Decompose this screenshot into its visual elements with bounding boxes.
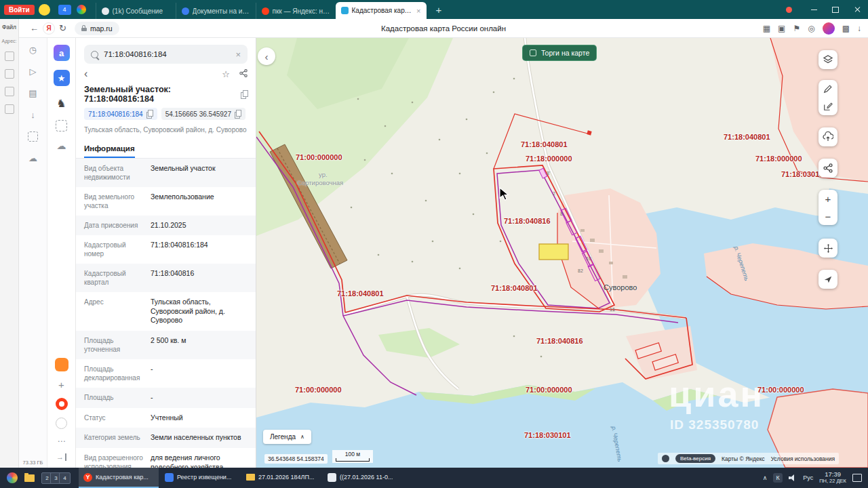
info-row-label: Дата присвоения (84, 221, 145, 230)
taskbar-task-button[interactable]: Реестр извещени... (160, 468, 240, 488)
map-collapse-panel-button[interactable]: ‹ (258, 47, 275, 65)
share-button[interactable] (239, 69, 248, 79)
favorite-button[interactable]: ☆ (222, 69, 230, 79)
media-icon[interactable]: ▷ (30, 66, 37, 77)
downloads-icon[interactable]: ↓ (857, 24, 861, 33)
lock-icon (81, 25, 87, 31)
cursor-coordinates: 36.543648 54.158374 (264, 454, 328, 464)
taskbar-task-button[interactable]: ((27.01.2026 11-0... (323, 468, 403, 488)
map-canvas[interactable]: 281082168' циан ID 325350780 71:00:00000… (256, 38, 868, 468)
info-circle-icon[interactable] (662, 455, 669, 462)
cadastral-number-chip[interactable]: 71:18:040816:184 (84, 108, 157, 120)
search-input[interactable]: 71:18:040816:184 (104, 50, 230, 58)
flag-icon[interactable]: ⚑ (793, 24, 800, 33)
maximize-button[interactable] (825, 0, 846, 19)
app-toolbar-icon[interactable] (5, 52, 14, 61)
window-group-item[interactable]: 4 (59, 472, 71, 484)
taskbar-widgets-icon[interactable] (7, 472, 18, 483)
extensions-icon[interactable]: ▩ (842, 24, 850, 33)
object-title-row: Земельный участок: 71:18:040816:184 (76, 79, 256, 106)
tray-app-icon[interactable]: К (773, 473, 783, 483)
parcel-number-label: 82 (578, 268, 583, 273)
refresh-button[interactable]: ↻ (59, 23, 66, 33)
zoom-in-button[interactable]: + (818, 190, 837, 207)
tray-expand-icon[interactable]: ∧ (763, 474, 768, 481)
tab-information[interactable]: Информация (84, 144, 135, 158)
clock[interactable]: 17:39 ПН, 22 ДЕК (819, 471, 846, 485)
close-window-button[interactable] (846, 0, 868, 19)
taskbar-task-button[interactable]: 27.01.2026 184ЛП... (241, 468, 321, 488)
copy-icon[interactable] (146, 110, 153, 118)
browser-tab[interactable]: пкк — Яндекс: нашлось (256, 3, 336, 19)
user-avatar[interactable] (39, 4, 50, 16)
file-menu[interactable]: Файл (2, 24, 16, 30)
notification-center-icon[interactable] (852, 474, 862, 482)
collapse-sidebar-icon[interactable]: → (56, 453, 66, 461)
language-indicator[interactable]: Рус (803, 474, 813, 481)
pinned-tab-icon[interactable] (77, 5, 86, 14)
auctions-toggle-button[interactable]: Торги на карте (522, 45, 597, 61)
more-icon[interactable]: ⋯ (58, 436, 66, 446)
app-toolbar-icon[interactable] (5, 104, 14, 114)
pinned-tab-counter[interactable]: 4 (58, 5, 71, 15)
tab-label: Документы на исполнен (193, 7, 250, 15)
panel-back-button[interactable]: ‹ (84, 68, 87, 79)
cloud-icon[interactable]: ☁ (28, 153, 37, 163)
tab-close-button[interactable]: × (416, 7, 420, 15)
pencil-icon[interactable] (818, 80, 837, 98)
browser-tab[interactable]: Документы на исполнен (176, 3, 256, 19)
services-icon[interactable]: ▦ (763, 24, 770, 33)
downloads-panel-icon[interactable]: ↓ (31, 110, 35, 120)
profile-circle-icon[interactable] (56, 418, 67, 429)
edit-area-icon[interactable] (818, 98, 837, 115)
login-button[interactable]: Войти (4, 5, 35, 15)
coordinates-chip[interactable]: 54.156665 36.545927 (161, 108, 245, 120)
upload-control[interactable] (818, 127, 837, 146)
app-shortcut-icon[interactable]: ♞ (54, 95, 70, 111)
taskbar-task-button[interactable]: YКадастровая кар... (79, 468, 159, 488)
terms-link[interactable]: Условия использования (771, 455, 835, 462)
browser-tab[interactable]: (1k) Сообщение (96, 3, 176, 19)
sidebar-toggle-icon[interactable]: ▣ (778, 24, 785, 33)
yandex-button[interactable]: Я (43, 22, 55, 35)
legend-button[interactable]: Легенда ∧ (263, 430, 311, 444)
clear-search-button[interactable]: × (235, 49, 241, 60)
app-toolbar-icon[interactable] (5, 87, 14, 96)
screenshot-icon[interactable] (28, 131, 38, 142)
volume-icon[interactable] (789, 474, 797, 481)
parcel-number-label: 2 (553, 191, 555, 196)
cloud-sync-icon[interactable]: ☁ (57, 140, 66, 151)
app-toolbar-icon[interactable] (5, 69, 14, 79)
window-controls (786, 0, 868, 19)
share-icon (818, 159, 837, 177)
browser-tab[interactable]: Кадастровая карта Ро× (336, 2, 427, 19)
share-map-control[interactable] (818, 159, 837, 178)
add-panel-icon[interactable]: + (58, 379, 64, 390)
target-icon[interactable]: ◎ (808, 24, 814, 33)
capture-icon[interactable] (56, 120, 67, 131)
history-icon[interactable]: ◷ (29, 45, 37, 55)
minimize-button[interactable] (803, 0, 825, 19)
new-tab-button[interactable]: + (429, 4, 449, 16)
copy-icon[interactable] (241, 90, 248, 98)
browser-logo-icon[interactable] (56, 398, 68, 410)
task-label: Реестр извещени... (177, 474, 231, 481)
pan-control[interactable] (818, 239, 837, 258)
search-bar[interactable]: 71:18:040816:184 × (84, 45, 248, 64)
file-explorer-icon[interactable] (24, 474, 35, 482)
copy-icon[interactable] (235, 110, 241, 118)
back-button[interactable]: ← (30, 23, 39, 33)
info-row: Вид разрешенного использованиядля ведени… (76, 448, 256, 468)
info-row: Категория земельЗемли населенных пунктов (76, 428, 256, 448)
layers-control[interactable] (818, 50, 837, 69)
bookmarks-grid-icon[interactable]: ▤ (28, 88, 37, 98)
alice-icon[interactable]: a (54, 45, 70, 61)
favorites-icon[interactable]: ★ (54, 70, 70, 86)
address-bar[interactable]: map.ru (75, 22, 119, 35)
window-group[interactable]: 234 (44, 472, 71, 484)
locate-control[interactable] (818, 270, 837, 289)
info-row-value: Земли населенных пунктов (151, 433, 248, 443)
games-icon[interactable] (55, 358, 68, 371)
profile-avatar[interactable] (823, 22, 835, 35)
zoom-out-button[interactable]: − (818, 207, 837, 225)
